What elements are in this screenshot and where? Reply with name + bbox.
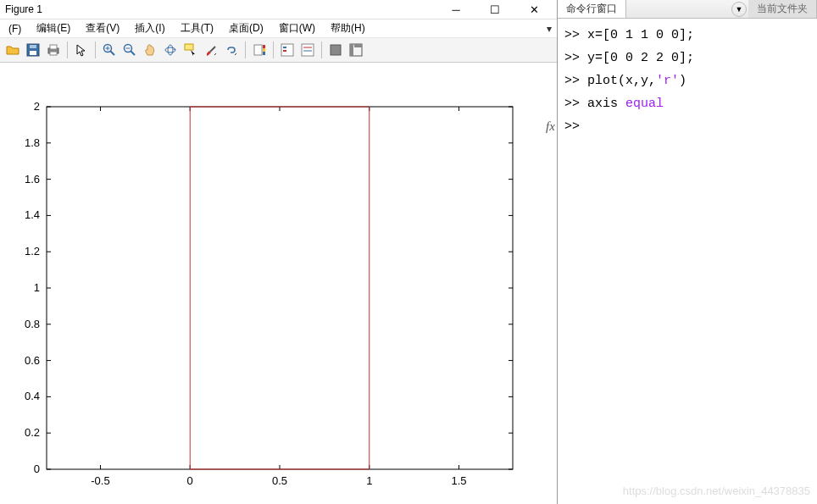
hide-plot-tools-icon[interactable] xyxy=(326,41,345,59)
svg-line-7 xyxy=(110,51,114,55)
command-line: >> x=[0 1 1 0 0]; xyxy=(564,24,810,47)
pan-icon[interactable] xyxy=(141,41,159,59)
svg-rect-24 xyxy=(302,44,314,56)
command-line: >> plot(x,y,'r') xyxy=(564,69,810,92)
svg-text:0.5: 0.5 xyxy=(272,474,287,487)
right-panel: 命令行窗口 ▼ 当前文件夹 >> x=[0 1 1 0 0]; >> y=[0 … xyxy=(558,0,817,504)
data-cursor-icon[interactable] xyxy=(181,41,200,59)
menu-insert[interactable]: 插入(I) xyxy=(130,19,170,37)
zoom-in-icon[interactable] xyxy=(100,41,119,59)
svg-text:1.4: 1.4 xyxy=(25,208,40,221)
show-plot-tools-icon[interactable] xyxy=(347,41,365,59)
menu-window[interactable]: 窗口(W) xyxy=(274,19,320,37)
svg-rect-5 xyxy=(50,52,57,55)
toolbar xyxy=(0,38,557,63)
plot-area: 00.20.40.60.811.21.41.61.82-0.500.511.5 xyxy=(0,63,557,504)
svg-rect-4 xyxy=(50,45,57,49)
watermark: https://blog.csdn.net/weixin_44378835 xyxy=(623,481,810,501)
menu-help[interactable]: 帮助(H) xyxy=(325,19,370,37)
svg-text:1: 1 xyxy=(34,281,40,294)
window-title: Figure 1 xyxy=(3,3,436,15)
toolbar-separator xyxy=(321,42,322,58)
close-button[interactable]: ✕ xyxy=(514,0,553,19)
menu-file[interactable]: (F) xyxy=(3,21,26,36)
command-line: >> y=[0 0 2 2 0]; xyxy=(564,47,810,69)
menubar-chevron-icon[interactable]: ▾ xyxy=(547,23,552,35)
svg-text:0.4: 0.4 xyxy=(25,390,40,402)
svg-text:1.5: 1.5 xyxy=(451,474,466,487)
svg-rect-19 xyxy=(263,45,265,48)
svg-rect-22 xyxy=(283,47,286,48)
command-line: >> axis equal xyxy=(564,92,810,115)
figure-window: Figure 1 ─ ☐ ✕ (F) 编辑(E) 查看(V) 插入(I) 工具(… xyxy=(0,0,558,504)
svg-rect-17 xyxy=(254,45,262,55)
svg-rect-1 xyxy=(30,51,36,55)
svg-rect-2 xyxy=(30,45,36,48)
zoom-out-icon[interactable] xyxy=(120,41,139,59)
fx-icon[interactable]: fx xyxy=(546,115,555,138)
toolbar-separator xyxy=(67,42,68,58)
svg-rect-29 xyxy=(350,44,353,56)
svg-rect-20 xyxy=(263,48,265,52)
svg-text:0: 0 xyxy=(34,462,40,475)
svg-line-16 xyxy=(210,47,215,52)
svg-rect-23 xyxy=(283,50,286,52)
colorbar-icon[interactable] xyxy=(250,41,269,59)
svg-point-14 xyxy=(168,45,173,55)
window-controls: ─ ☐ ✕ xyxy=(436,0,553,19)
toolbar-separator xyxy=(245,42,246,58)
titlebar: Figure 1 ─ ☐ ✕ xyxy=(0,0,557,19)
command-prompt-current[interactable]: fx>> xyxy=(564,115,810,138)
svg-rect-30 xyxy=(354,44,362,47)
open-icon[interactable] xyxy=(3,41,22,59)
svg-text:1.6: 1.6 xyxy=(25,173,40,186)
svg-text:1: 1 xyxy=(366,474,372,487)
rotate3d-icon[interactable] xyxy=(161,41,180,59)
svg-line-11 xyxy=(131,51,135,55)
pointer-icon[interactable] xyxy=(72,41,91,59)
insert-legend-icon[interactable] xyxy=(298,41,317,59)
svg-rect-31 xyxy=(47,107,513,469)
brush-icon[interactable] xyxy=(202,41,220,59)
svg-text:-0.5: -0.5 xyxy=(91,474,109,487)
toolbar-separator xyxy=(273,42,274,58)
svg-text:0: 0 xyxy=(187,474,193,487)
maximize-button[interactable]: ☐ xyxy=(475,0,514,19)
panel-dropdown-icon[interactable]: ▼ xyxy=(731,2,747,17)
menu-edit[interactable]: 编辑(E) xyxy=(31,19,75,37)
menubar: (F) 编辑(E) 查看(V) 插入(I) 工具(T) 桌面(D) 窗口(W) … xyxy=(0,19,557,38)
menu-desktop[interactable]: 桌面(D) xyxy=(224,19,269,37)
toolbar-separator xyxy=(95,42,96,58)
svg-text:0.6: 0.6 xyxy=(25,354,40,367)
svg-rect-27 xyxy=(331,45,341,55)
tab-command-window[interactable]: 命令行窗口 xyxy=(558,0,626,18)
tab-current-folder[interactable]: 当前文件夹 xyxy=(748,0,817,18)
svg-rect-15 xyxy=(185,44,193,50)
right-panel-header: 命令行窗口 ▼ 当前文件夹 xyxy=(558,0,817,19)
svg-text:0.8: 0.8 xyxy=(25,318,40,330)
chart: 00.20.40.60.811.21.41.61.82-0.500.511.5 xyxy=(0,63,558,501)
print-icon[interactable] xyxy=(44,41,63,59)
svg-text:1.8: 1.8 xyxy=(25,136,40,149)
svg-text:2: 2 xyxy=(34,100,40,113)
menu-view[interactable]: 查看(V) xyxy=(81,19,125,37)
save-icon[interactable] xyxy=(24,41,42,59)
link-icon[interactable] xyxy=(222,41,241,59)
svg-text:1.2: 1.2 xyxy=(25,245,40,258)
svg-text:0.2: 0.2 xyxy=(25,426,40,439)
command-window[interactable]: >> x=[0 1 1 0 0]; >> y=[0 0 2 2 0]; >> p… xyxy=(558,19,817,504)
menu-tools[interactable]: 工具(T) xyxy=(175,19,219,37)
legend-icon[interactable] xyxy=(278,41,297,59)
minimize-button[interactable]: ─ xyxy=(436,0,475,19)
